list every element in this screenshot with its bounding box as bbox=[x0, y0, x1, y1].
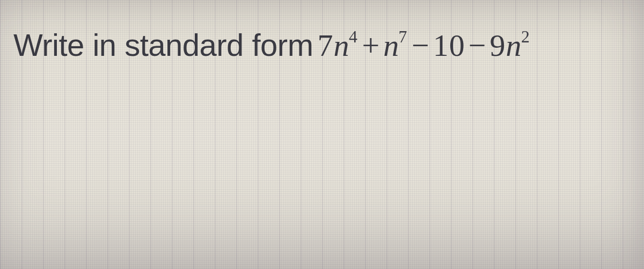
op-minus-2: − bbox=[469, 28, 487, 63]
term3-const: 10 bbox=[433, 28, 465, 63]
question-content: Write in standard form 7n4+n7−10−9n2 bbox=[0, 0, 644, 63]
term2-exp: 7 bbox=[399, 27, 408, 46]
term4-var: n bbox=[506, 28, 522, 63]
op-minus-1: − bbox=[412, 28, 430, 63]
term1-coef: 7 bbox=[317, 28, 333, 63]
term1-exp: 4 bbox=[349, 27, 358, 46]
term1-var: n bbox=[333, 28, 349, 63]
term4-exp: 2 bbox=[521, 27, 530, 46]
question-prompt: Write in standard form bbox=[13, 27, 313, 63]
math-expression: 7n4+n7−10−9n2 bbox=[317, 27, 531, 63]
question-line: Write in standard form 7n4+n7−10−9n2 bbox=[13, 27, 633, 63]
op-plus: + bbox=[362, 28, 380, 63]
term4-coef: 9 bbox=[490, 28, 506, 63]
term2-var: n bbox=[383, 28, 399, 63]
